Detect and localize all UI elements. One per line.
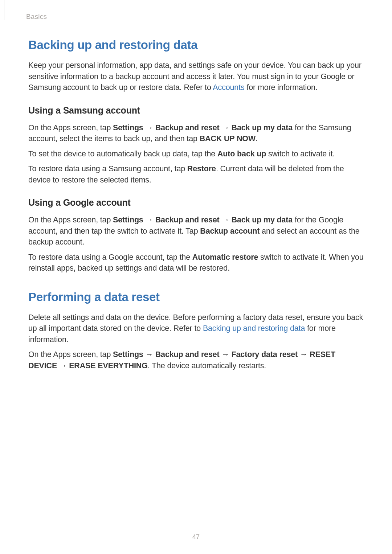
text: On the Apps screen, tap xyxy=(28,350,113,359)
subheading-samsung: Using a Samsung account xyxy=(28,105,365,116)
section-data-reset: Performing a data reset Delete all setti… xyxy=(28,290,365,372)
text: . xyxy=(256,134,258,143)
intro-paragraph: Keep your personal information, app data… xyxy=(28,60,365,93)
google-p2: To restore data using a Google account, … xyxy=(28,252,365,274)
text: . The device automatically restarts. xyxy=(148,361,266,370)
text: To restore data using a Samsung account,… xyxy=(28,164,187,173)
arrow-icon: → xyxy=(300,350,307,359)
heading-data-reset: Performing a data reset xyxy=(28,290,365,304)
bold-auto-back-up: Auto back up xyxy=(217,149,266,158)
text: On the Apps screen, tap xyxy=(28,216,113,224)
arrow-icon: → xyxy=(59,361,67,370)
bold-factory-data-reset: Factory data reset xyxy=(232,350,298,359)
section-breadcrumb: Basics xyxy=(26,13,365,21)
text: switch to activate it. xyxy=(266,149,335,158)
text: On the Apps screen, tap xyxy=(28,123,113,132)
bold-settings: Settings xyxy=(113,350,143,359)
document-page: Basics Backing up and restoring data Kee… xyxy=(0,0,392,554)
bold-backup-reset: Backup and reset xyxy=(155,350,220,359)
arrow-icon: → xyxy=(221,350,229,359)
reset-p2: On the Apps screen, tap Settings → Backu… xyxy=(28,349,365,371)
arrow-icon: → xyxy=(146,350,153,359)
google-p1: On the Apps screen, tap Settings → Backu… xyxy=(28,214,365,248)
samsung-p2: To set the device to automatically back … xyxy=(28,148,365,160)
header-tab-rule xyxy=(0,0,4,20)
arrow-icon: → xyxy=(221,123,229,132)
bold-backup-my-data: Back up my data xyxy=(232,123,293,132)
bold-settings: Settings xyxy=(113,216,143,224)
arrow-icon: → xyxy=(146,123,153,132)
text: for more information. xyxy=(245,83,318,92)
samsung-p1: On the Apps screen, tap Settings → Backu… xyxy=(28,122,365,144)
heading-backing-up: Backing up and restoring data xyxy=(28,38,365,52)
bold-erase-everything: ERASE EVERYTHING xyxy=(69,361,148,370)
arrow-icon: → xyxy=(221,216,229,224)
arrow-icon: → xyxy=(146,216,153,224)
link-backing-up[interactable]: Backing up and restoring data xyxy=(203,324,305,333)
bold-backup-my-data: Back up my data xyxy=(232,216,293,224)
section-backing-up: Backing up and restoring data Keep your … xyxy=(28,38,365,274)
text: To set the device to automatically back … xyxy=(28,149,217,158)
bold-backup-reset: Backup and reset xyxy=(155,123,220,132)
bold-restore: Restore xyxy=(187,164,216,173)
samsung-p3: To restore data using a Samsung account,… xyxy=(28,163,365,185)
page-number: 47 xyxy=(0,533,392,541)
bold-settings: Settings xyxy=(113,123,143,132)
subheading-google: Using a Google account xyxy=(28,197,365,208)
bold-automatic-restore: Automatic restore xyxy=(192,253,258,262)
bold-back-up-now: BACK UP NOW xyxy=(200,134,256,143)
reset-p1: Delete all settings and data on the devi… xyxy=(28,312,365,345)
bold-backup-reset: Backup and reset xyxy=(155,216,220,224)
bold-backup-account: Backup account xyxy=(200,227,260,235)
link-accounts[interactable]: Accounts xyxy=(213,83,244,92)
text: To restore data using a Google account, … xyxy=(28,253,192,262)
